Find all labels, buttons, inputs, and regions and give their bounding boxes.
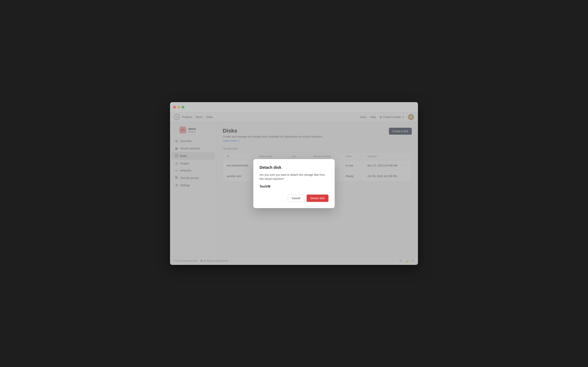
cancel-button[interactable]: Cancel <box>288 195 304 202</box>
detach-disk-modal: Detach disk Are you sure you want to det… <box>253 159 335 208</box>
modal-description: Are you sure you want to detach this sto… <box>260 173 328 181</box>
modal-title: Detach disk <box>260 165 328 170</box>
modal-overlay: Detach disk Are you sure you want to det… <box>170 102 418 265</box>
modal-vm-name: TestVM <box>260 185 328 188</box>
detach-disk-button[interactable]: Detach disk <box>307 195 328 202</box>
modal-actions: Cancel Detach disk <box>260 195 328 202</box>
